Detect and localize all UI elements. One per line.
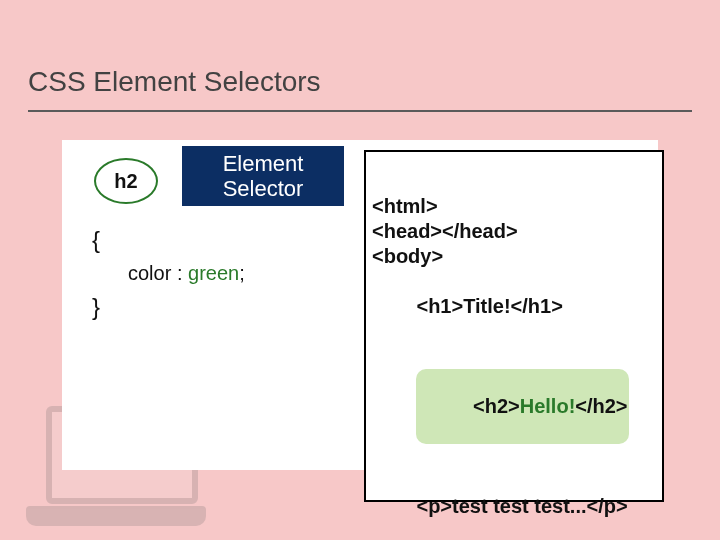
css-semicolon: ; xyxy=(239,262,245,284)
selector-bubble: h2 xyxy=(94,158,158,204)
html-sample-box: <html> <head></head> <body> <h1>Title!</… xyxy=(364,150,664,502)
css-value: green xyxy=(188,262,239,284)
css-open-brace: { xyxy=(92,226,332,254)
code-h1-text: Title! xyxy=(463,295,510,317)
code-line-6: <p>test test test...</p> xyxy=(372,469,656,540)
code-line-1: <html> xyxy=(372,194,656,219)
laptop-base xyxy=(26,506,206,526)
css-rule: { color : green; } xyxy=(92,226,332,321)
code-p-text: test test test... xyxy=(452,495,586,517)
css-declaration: color : green; xyxy=(128,262,332,285)
slide-title: CSS Element Selectors xyxy=(28,66,321,97)
code-h2-highlight-1: <h2>Hello!</h2> xyxy=(416,369,628,444)
css-property: color xyxy=(128,262,171,284)
slide: CSS Element Selectors h2 Element Selecto… xyxy=(0,0,720,540)
content-panel: h2 Element Selector { color : green; } <… xyxy=(62,140,658,470)
selector-label-box: Element Selector xyxy=(182,146,344,206)
code-h2-open-1: <h2> xyxy=(473,395,520,417)
css-colon: : xyxy=(171,262,188,284)
code-line-5: <h2>Hello!</h2> xyxy=(372,344,656,469)
code-h2-text-1: Hello! xyxy=(520,395,576,417)
css-close-brace: } xyxy=(92,293,332,321)
code-line-4: <h1>Title!</h1> xyxy=(372,269,656,344)
code-p-close: </p> xyxy=(587,495,628,517)
code-p-open: <p> xyxy=(416,495,452,517)
code-h1-open: <h1> xyxy=(416,295,463,317)
code-h1-close: </h1> xyxy=(511,295,563,317)
code-line-2: <head></head> xyxy=(372,219,656,244)
title-underline xyxy=(28,110,692,112)
code-line-3: <body> xyxy=(372,244,656,269)
selector-label-text: Element Selector xyxy=(223,151,304,202)
code-h2-close-1: </h2> xyxy=(575,395,627,417)
title-bar: CSS Element Selectors xyxy=(28,66,692,106)
